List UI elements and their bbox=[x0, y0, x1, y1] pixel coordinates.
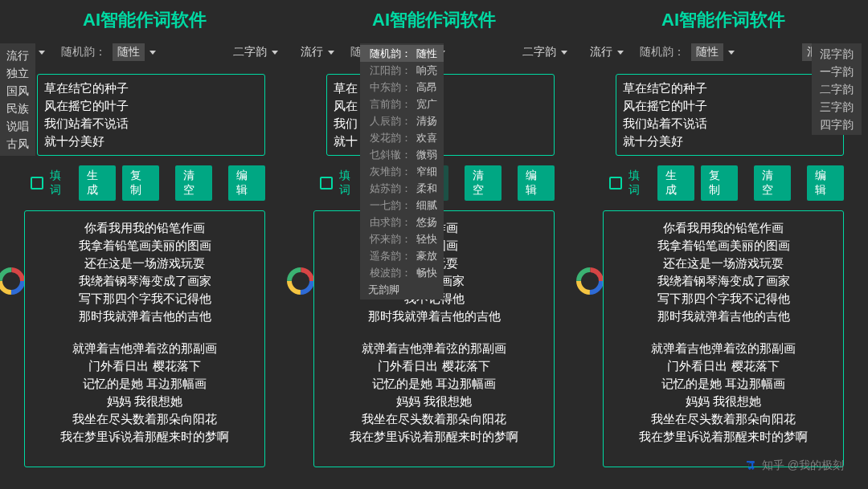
type-selected: 二字韵 bbox=[522, 45, 556, 59]
rhyme-option[interactable]: 中东韵：高昂 bbox=[360, 79, 444, 96]
rhyme-option[interactable]: 发花韵：欢喜 bbox=[360, 129, 444, 146]
action-row: 填词 生成 复制 清空 编辑 bbox=[0, 161, 289, 206]
edit-button[interactable]: 编辑 bbox=[228, 165, 265, 201]
clear-button[interactable]: 清空 bbox=[175, 165, 212, 201]
type-menu[interactable]: 混字韵一字韵二字韵三字韵四字韵 bbox=[812, 43, 862, 135]
type-option[interactable]: 一字韵 bbox=[817, 63, 857, 80]
genre-dropdown[interactable]: 流行 bbox=[585, 42, 628, 63]
genre-option[interactable]: 流行 bbox=[5, 47, 31, 64]
action-row: 填词 生成 复制 清空 编辑 bbox=[579, 161, 868, 206]
generate-button[interactable]: 生成 bbox=[79, 165, 116, 201]
rhyme-menu[interactable]: 随机韵：随性江阳韵：响亮中东韵：高昂言前韵：宽广人辰韵：清扬发花韵：欢喜乜斜辙：… bbox=[360, 43, 444, 300]
fill-label: 填词 bbox=[50, 169, 71, 198]
lyrics-output: 你看我用我的铅笔作画我拿着铅笔画美丽的图画还在这是一场游戏玩耍我绕着钢琴海变成了… bbox=[603, 210, 844, 467]
clear-button[interactable]: 清空 bbox=[754, 165, 791, 201]
rhyme-option-none[interactable]: 无韵脚 bbox=[360, 281, 444, 298]
edit-button[interactable]: 编辑 bbox=[807, 165, 844, 201]
rhyme-option[interactable]: 姑苏韵：柔和 bbox=[360, 180, 444, 197]
caret-down-icon bbox=[39, 51, 45, 55]
genre-selected: 流行 bbox=[301, 45, 323, 59]
rhyme-dropdown[interactable]: 随性 bbox=[686, 40, 739, 64]
rhyme-option[interactable]: 灰堆韵：窄细 bbox=[360, 163, 444, 180]
fill-checkbox[interactable] bbox=[609, 177, 622, 189]
ring-logo-icon bbox=[285, 265, 317, 297]
caret-down-icon bbox=[272, 51, 278, 55]
lyrics-input[interactable]: 草在结它的种子风在摇它的叶子我们站着不说话就十分美好 bbox=[37, 74, 265, 156]
watermark-text: 知乎 @我的极刻 bbox=[762, 458, 844, 473]
rhyme-option[interactable]: 一七韵：细腻 bbox=[360, 197, 444, 214]
type-selected: 二字韵 bbox=[233, 45, 267, 59]
copy-button[interactable]: 复制 bbox=[122, 165, 159, 201]
fill-label: 填词 bbox=[628, 169, 649, 198]
rhyme-selected: 随性 bbox=[691, 43, 723, 61]
type-dropdown[interactable]: 二字韵 bbox=[228, 42, 283, 63]
lyrics-output: 你看我用我的铅笔作画我拿着铅笔画美丽的图画还在这是一场游戏玩耍我绕着钢琴海变成了… bbox=[24, 210, 265, 467]
rhyme-option[interactable]: 遥条韵：豪放 bbox=[360, 247, 444, 264]
caret-down-icon bbox=[149, 51, 156, 55]
genre-menu[interactable]: 流行独立国风民族说唱古风 bbox=[0, 43, 35, 156]
caret-down-icon bbox=[617, 51, 624, 55]
genre-dropdown[interactable]: 流行 bbox=[296, 42, 339, 63]
genre-selected: 流行 bbox=[590, 45, 612, 59]
caret-down-icon bbox=[728, 51, 735, 55]
genre-option[interactable]: 独立 bbox=[5, 64, 31, 82]
rhyme-option[interactable]: 江阳韵：响亮 bbox=[360, 62, 444, 79]
rhyme-selected: 随性 bbox=[113, 43, 145, 61]
rhyme-label: 随机韵： bbox=[61, 45, 106, 59]
fill-checkbox[interactable] bbox=[31, 177, 43, 189]
fill-checkbox[interactable] bbox=[320, 177, 333, 189]
genre-option[interactable]: 国风 bbox=[5, 82, 31, 100]
controls-row: 流行 随机韵： 随性 二字韵 bbox=[0, 39, 289, 67]
panel-2: AI智能作词软件 流行 随机韵： 随性 二字韵 随机韵：随性江阳韵：响亮中东韵：… bbox=[289, 0, 579, 489]
rhyme-option[interactable]: 人辰韵：清扬 bbox=[360, 112, 444, 129]
panel-1: AI智能作词软件 流行 随机韵： 随性 二字韵 流行独立国风民族说唱古风 草在结… bbox=[0, 0, 289, 489]
type-dropdown[interactable]: 二字韵 bbox=[518, 42, 572, 63]
type-option[interactable]: 三字韵 bbox=[817, 98, 857, 116]
ring-logo-icon bbox=[574, 265, 606, 297]
genre-option[interactable]: 说唱 bbox=[5, 117, 31, 135]
caret-down-icon bbox=[328, 51, 334, 55]
app-title: AI智能作词软件 bbox=[0, 0, 289, 39]
caret-down-icon bbox=[561, 51, 567, 55]
generate-button[interactable]: 生成 bbox=[657, 165, 694, 201]
panel-3: AI智能作词软件 流行 随机韵： 随性 混字韵 混字韵一字韵二字韵三字韵四字韵 … bbox=[579, 0, 868, 489]
watermark: 知乎 @我的极刻 bbox=[744, 458, 844, 473]
type-option[interactable]: 混字韵 bbox=[817, 45, 857, 63]
rhyme-option[interactable]: 梭波韵：畅快 bbox=[360, 264, 444, 281]
app-title: AI智能作词软件 bbox=[289, 0, 579, 39]
ring-logo-icon bbox=[0, 265, 27, 297]
rhyme-dropdown[interactable]: 随性 bbox=[108, 40, 161, 64]
rhyme-option[interactable]: 随机韵：随性 bbox=[360, 45, 444, 62]
fill-label: 填词 bbox=[339, 169, 360, 198]
rhyme-option[interactable]: 言前韵：宽广 bbox=[360, 96, 444, 112]
lyrics-input[interactable]: 草在结它的种子风在摇它的叶子我们站着不说话就十分美好 bbox=[616, 74, 844, 156]
app-title: AI智能作词软件 bbox=[579, 0, 868, 39]
rhyme-option[interactable]: 怀来韵：轻快 bbox=[360, 230, 444, 247]
genre-option[interactable]: 古风 bbox=[5, 135, 31, 153]
copy-button[interactable]: 复制 bbox=[701, 165, 738, 201]
clear-button[interactable]: 清空 bbox=[465, 165, 502, 201]
rhyme-label: 随机韵： bbox=[640, 45, 685, 59]
edit-button[interactable]: 编辑 bbox=[518, 165, 555, 201]
type-option[interactable]: 四字韵 bbox=[817, 116, 857, 133]
rhyme-option[interactable]: 由求韵：悠扬 bbox=[360, 214, 444, 230]
type-option[interactable]: 二字韵 bbox=[817, 80, 857, 98]
genre-option[interactable]: 民族 bbox=[5, 100, 31, 117]
rhyme-option[interactable]: 乜斜辙：微弱 bbox=[360, 146, 444, 163]
